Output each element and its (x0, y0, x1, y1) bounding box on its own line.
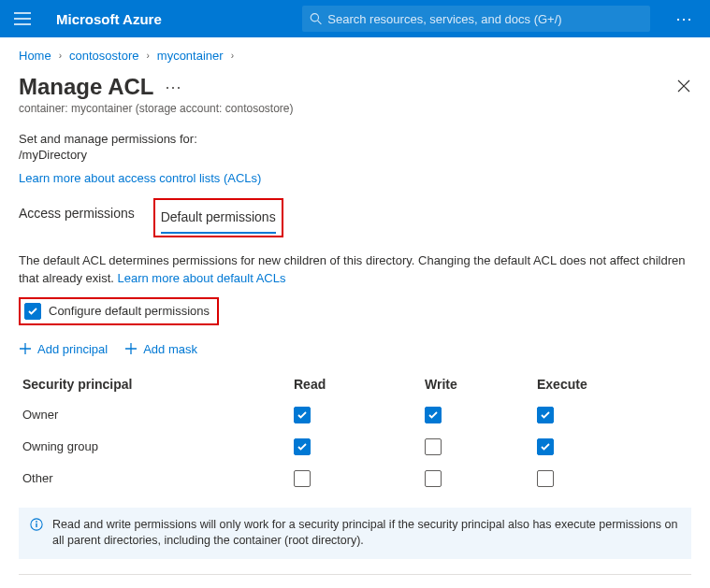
principal-name: Owning group (19, 439, 290, 453)
breadcrumb-account[interactable]: contosostore (69, 49, 138, 63)
add-principal-button[interactable]: Add principal (19, 342, 108, 356)
svg-point-0 (311, 14, 318, 22)
page-title: Manage ACL (19, 74, 153, 100)
plus-icon (124, 342, 138, 355)
top-bar: Microsoft Azure ⋯ (0, 0, 710, 37)
table-row: Owning group (19, 431, 691, 463)
chevron-right-icon: › (59, 50, 62, 61)
configure-default-label: Configure default permissions (49, 304, 210, 318)
breadcrumb-home[interactable]: Home (19, 49, 51, 63)
write-checkbox[interactable] (425, 407, 442, 423)
execute-checkbox[interactable] (537, 438, 554, 455)
tab-default-permissions[interactable]: Default permissions (161, 202, 276, 234)
permissions-table: Security principal Read Write Execute Ow… (19, 369, 691, 495)
add-mask-button[interactable]: Add mask (124, 342, 197, 356)
search-box[interactable] (302, 6, 650, 32)
search-input[interactable] (327, 12, 643, 26)
principal-name: Other (19, 471, 290, 485)
write-checkbox[interactable] (425, 438, 442, 455)
breadcrumb: Home › contosostore › mycontainer › (19, 49, 691, 63)
configure-default-permissions-row: Configure default permissions (19, 297, 219, 325)
principal-name: Owner (19, 408, 290, 422)
chevron-right-icon: › (231, 50, 234, 61)
col-read: Read (290, 377, 421, 392)
more-icon[interactable]: ⋯ (165, 77, 182, 97)
table-row: Owner (19, 399, 691, 431)
col-execute: Execute (533, 377, 645, 392)
learn-default-acls-link[interactable]: Learn more about default ACLs (118, 271, 286, 285)
search-icon (310, 12, 322, 25)
breadcrumb-container[interactable]: mycontainer (157, 49, 224, 63)
col-write: Write (421, 377, 533, 392)
learn-acls-link[interactable]: Learn more about access control lists (A… (19, 171, 261, 185)
read-checkbox[interactable] (294, 438, 311, 455)
svg-point-3 (36, 521, 37, 523)
svg-rect-4 (36, 523, 36, 526)
tab-access-permissions[interactable]: Access permissions (19, 198, 135, 237)
plus-icon (19, 342, 32, 355)
divider (19, 574, 691, 575)
write-checkbox[interactable] (425, 470, 442, 487)
lead-text: Set and manage permissions for: (19, 132, 691, 146)
info-banner: Read and write permissions will only wor… (19, 508, 691, 559)
table-header: Security principal Read Write Execute (19, 369, 691, 399)
tabs: Access permissions Default permissions (19, 198, 691, 237)
page-subtitle: container: mycontainer (storage account:… (19, 102, 691, 115)
svg-line-1 (318, 21, 322, 24)
default-acl-description: The default ACL determines permissions f… (19, 252, 691, 288)
info-icon (30, 518, 43, 537)
more-icon[interactable]: ⋯ (665, 8, 703, 29)
read-checkbox[interactable] (294, 407, 311, 423)
close-icon[interactable] (676, 79, 691, 96)
read-checkbox[interactable] (294, 470, 311, 487)
brand-label: Microsoft Azure (45, 11, 173, 27)
configure-default-checkbox[interactable] (24, 303, 41, 320)
menu-icon[interactable] (7, 4, 37, 34)
chevron-right-icon: › (146, 50, 149, 61)
execute-checkbox[interactable] (537, 470, 554, 487)
execute-checkbox[interactable] (537, 407, 554, 423)
info-text: Read and write permissions will only wor… (52, 517, 680, 550)
table-row: Other (19, 463, 691, 495)
path-text: /myDirectory (19, 148, 691, 162)
col-principal: Security principal (19, 377, 290, 392)
